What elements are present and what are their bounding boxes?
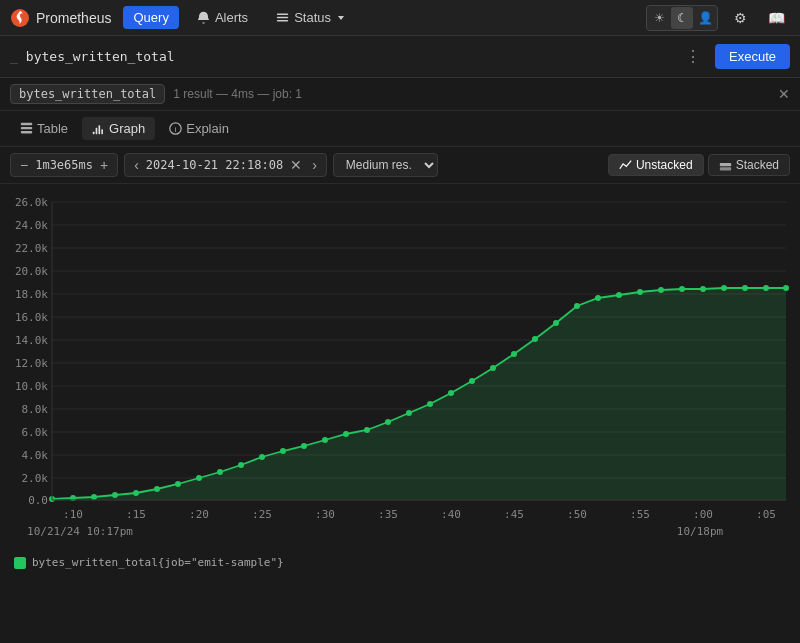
svg-point-59 [364,427,370,433]
svg-point-69 [574,303,580,309]
svg-point-50 [175,481,181,487]
svg-text:2.0k: 2.0k [22,472,49,485]
metric-badge: bytes_written_total [10,84,165,104]
datetime-close-btn[interactable]: ✕ [287,156,305,174]
auto-theme-btn[interactable]: 👤 [694,7,716,29]
dark-theme-btn[interactable]: ☾ [671,7,693,29]
resolution-select[interactable]: Medium res. [333,153,438,177]
svg-text::40: :40 [441,508,461,521]
query-more-btn[interactable]: ⋮ [679,45,707,68]
svg-text::15: :15 [126,508,146,521]
duration-label: 1m3e65ms [35,158,93,172]
svg-point-55 [280,448,286,454]
tab-explain[interactable]: i Explain [159,117,239,140]
svg-rect-14 [719,163,730,166]
table-icon [20,122,33,135]
svg-text:i: i [175,125,177,134]
datetime-control: ‹ 2024-10-21 22:18:08 ✕ › [124,153,327,177]
light-theme-btn[interactable]: ☀ [648,7,670,29]
svg-text::10: :10 [63,508,83,521]
svg-text::55: :55 [630,508,650,521]
svg-rect-10 [101,129,103,134]
status-nav-btn[interactable]: Status [266,6,356,29]
svg-point-53 [238,462,244,468]
legend-bar: bytes_written_total{job="emit-sample"} [0,550,800,575]
svg-point-46 [91,494,97,500]
svg-point-63 [448,390,454,396]
result-label-bar: bytes_written_total 1 result — 4ms — job… [0,78,800,111]
tabs-bar: Table Graph i Explain [0,111,800,147]
svg-point-74 [679,286,685,292]
svg-point-70 [595,295,601,301]
svg-text::05: :05 [756,508,776,521]
settings-btn[interactable]: ⚙ [726,4,754,32]
unstacked-btn[interactable]: Unstacked [608,154,704,176]
svg-rect-3 [277,20,288,22]
controls-bar: − 1m3e65ms + ‹ 2024-10-21 22:18:08 ✕ › M… [0,147,800,184]
stacked-icon [719,159,732,172]
legend-label: bytes_written_total{job="emit-sample"} [32,556,284,569]
duration-control: − 1m3e65ms + [10,153,118,177]
query-nav-btn[interactable]: Query [123,6,178,29]
chart-svg: 26.0k 24.0k 22.0k 20.0k 18.0k 16.0k 14.0… [0,190,800,550]
svg-point-49 [154,486,160,492]
svg-text::00: :00 [693,508,713,521]
tab-table[interactable]: Table [10,117,78,140]
svg-rect-9 [99,125,101,134]
svg-point-66 [511,351,517,357]
svg-text:4.0k: 4.0k [22,449,49,462]
app-title: Prometheus [36,10,111,26]
datetime-prev-btn[interactable]: ‹ [131,156,142,174]
svg-point-72 [637,289,643,295]
svg-text:18.0k: 18.0k [15,288,48,301]
svg-point-57 [322,437,328,443]
query-bar: _ ⋮ Execute [0,36,800,78]
svg-rect-2 [277,17,288,19]
svg-rect-13 [719,167,730,170]
svg-point-64 [469,378,475,384]
alerts-icon [197,11,210,24]
legend-color-swatch [14,557,26,569]
svg-point-79 [783,285,789,291]
query-input[interactable] [26,49,671,64]
svg-text::35: :35 [378,508,398,521]
svg-text:8.0k: 8.0k [22,403,49,416]
svg-point-58 [343,431,349,437]
svg-text:20.0k: 20.0k [15,265,48,278]
logo-area: Prometheus [10,8,111,28]
svg-rect-1 [277,13,288,15]
topnav: Prometheus Query Alerts Status ☀ ☾ 👤 ⚙ 📖 [0,0,800,36]
svg-point-71 [616,292,622,298]
svg-text:26.0k: 26.0k [15,196,48,209]
svg-point-51 [196,475,202,481]
svg-text:12.0k: 12.0k [15,357,48,370]
svg-rect-4 [21,123,32,125]
svg-point-73 [658,287,664,293]
result-close-btn[interactable]: ✕ [778,86,790,102]
svg-text::25: :25 [252,508,272,521]
svg-text::30: :30 [315,508,335,521]
datetime-label: 2024-10-21 22:18:08 [146,158,283,172]
duration-decrease-btn[interactable]: − [17,156,31,174]
svg-text::50: :50 [567,508,587,521]
duration-increase-btn[interactable]: + [97,156,111,174]
stacked-btn[interactable]: Stacked [708,154,790,176]
chart-area: 26.0k 24.0k 22.0k 20.0k 18.0k 16.0k 14.0… [0,184,800,550]
query-prompt: _ [10,49,18,64]
svg-text:0.0: 0.0 [28,494,48,507]
execute-button[interactable]: Execute [715,44,790,69]
svg-text:16.0k: 16.0k [15,311,48,324]
svg-point-60 [385,419,391,425]
tab-graph[interactable]: Graph [82,117,155,140]
svg-text::20: :20 [189,508,209,521]
alerts-nav-btn[interactable]: Alerts [187,6,258,29]
help-btn[interactable]: 📖 [762,4,790,32]
datetime-next-btn[interactable]: › [309,156,320,174]
svg-rect-6 [21,131,32,133]
explain-icon: i [169,122,182,135]
svg-text:10/21/24 10:17pm: 10/21/24 10:17pm [27,525,133,538]
svg-text:22.0k: 22.0k [15,242,48,255]
result-info: 1 result — 4ms — job: 1 [173,87,302,101]
svg-point-54 [259,454,265,460]
svg-point-47 [112,492,118,498]
